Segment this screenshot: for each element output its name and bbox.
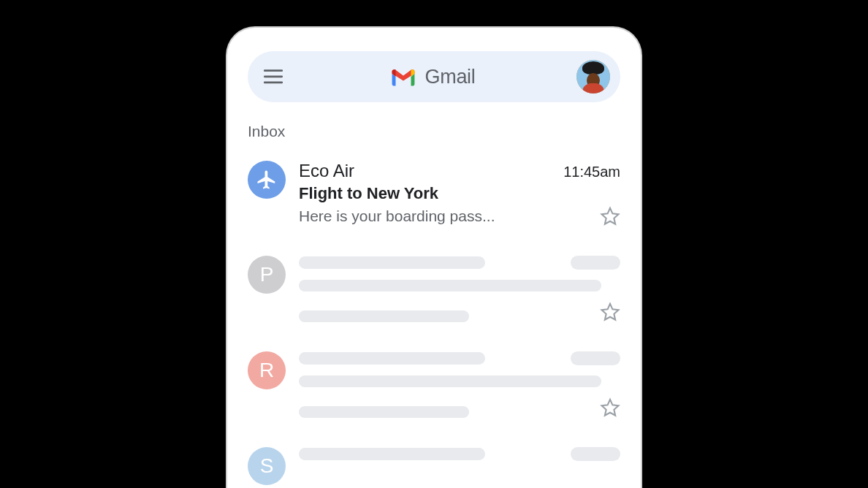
sender-name: Eco Air xyxy=(299,161,354,181)
email-row[interactable]: S xyxy=(248,437,620,485)
svg-rect-0 xyxy=(264,69,283,72)
search-bar[interactable]: Gmail xyxy=(248,51,620,102)
gmail-logo-icon xyxy=(389,66,417,87)
svg-rect-2 xyxy=(264,82,283,84)
profile-avatar[interactable] xyxy=(576,60,610,94)
svg-marker-3 xyxy=(602,208,619,224)
avatar-letter: P xyxy=(260,263,274,286)
placeholder-subject xyxy=(299,280,601,291)
phone-frame: Gmail Inbox Eco Air 11:45am Flight to Ne… xyxy=(226,26,642,488)
placeholder-sender xyxy=(299,448,485,460)
email-row[interactable]: R xyxy=(248,341,620,437)
airplane-icon xyxy=(256,169,278,191)
svg-marker-5 xyxy=(602,400,619,416)
placeholder-time xyxy=(571,256,620,270)
sender-avatar xyxy=(248,161,286,199)
svg-marker-4 xyxy=(602,304,619,320)
placeholder-sender xyxy=(299,352,485,365)
star-icon[interactable] xyxy=(600,302,620,322)
placeholder-time xyxy=(571,447,620,461)
avatar-letter: S xyxy=(260,454,274,478)
placeholder-preview xyxy=(299,406,469,418)
avatar-letter: R xyxy=(259,359,274,382)
email-row[interactable]: Eco Air 11:45am Flight to New York Here … xyxy=(248,153,620,245)
brand-label: Gmail xyxy=(425,66,475,88)
star-icon[interactable] xyxy=(600,397,620,418)
sender-avatar: S xyxy=(248,447,286,485)
placeholder-time xyxy=(571,351,620,365)
sender-avatar: P xyxy=(248,256,286,294)
sender-avatar: R xyxy=(248,351,286,389)
placeholder-subject xyxy=(299,375,601,387)
placeholder-sender xyxy=(299,256,485,269)
star-icon[interactable] xyxy=(600,206,620,226)
placeholder-preview xyxy=(299,310,469,322)
email-preview: Here is your boarding pass... xyxy=(299,207,495,225)
svg-rect-1 xyxy=(264,75,283,77)
brand: Gmail xyxy=(289,66,576,88)
section-label: Inbox xyxy=(248,123,620,140)
email-time: 11:45am xyxy=(563,164,620,180)
menu-icon[interactable] xyxy=(258,61,289,92)
email-subject: Flight to New York xyxy=(299,184,620,203)
email-row[interactable]: P xyxy=(248,245,620,341)
